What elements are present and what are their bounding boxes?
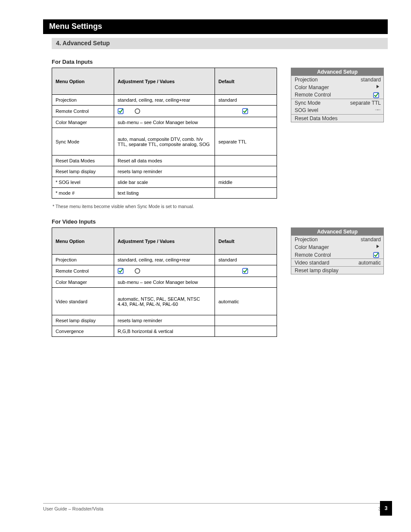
menu-item-value: automatic — [358, 260, 381, 266]
table-row: Remote Control — [52, 265, 277, 277]
banner: Menu Settings — [43, 19, 388, 34]
slider-icon — [375, 107, 381, 112]
checkbox-checked-icon — [242, 268, 248, 274]
cell-values: slide bar scale — [114, 177, 215, 188]
cell-values: Reset all data modes — [114, 156, 215, 166]
table-row: Projectionstandard, ceiling, rear, ceili… — [52, 255, 277, 265]
table-row: Reset Data ModesReset all data modes — [52, 156, 277, 166]
th-option: Menu Option — [52, 228, 114, 255]
cell-option: Remote Control — [52, 265, 114, 277]
banner-title: Menu Settings — [43, 19, 388, 34]
sub-banner-title: 4. Advanced Setup — [52, 38, 388, 48]
table-row: Color Managersub-menu – see Color Manage… — [52, 277, 277, 288]
menu-item-value: separate TTL — [350, 100, 381, 106]
cell-values: standard, ceiling, rear, ceiling+rear — [114, 95, 215, 106]
menu-item-value: standard — [361, 236, 381, 243]
cell-option: Color Manager — [52, 117, 114, 128]
cell-values: text listing — [114, 188, 215, 199]
menu-item-label: Color Manager — [295, 244, 329, 250]
menu-item[interactable]: Sync Modeseparate TTL — [291, 99, 383, 106]
cell-default — [215, 188, 277, 199]
menu-item-value — [373, 92, 381, 98]
cell-values: resets lamp reminder — [114, 315, 215, 326]
checkbox-checked-icon — [373, 92, 379, 98]
menu-title: Advanced Setup — [291, 68, 383, 76]
cell-values — [114, 106, 215, 117]
table-row: * SOG levelslide bar scalemiddle — [52, 177, 277, 188]
cell-option: Reset lamp display — [52, 166, 114, 177]
radio-unchecked-icon — [134, 268, 140, 274]
cell-default — [215, 265, 277, 277]
table-row: Remote Control — [52, 106, 277, 117]
menu-item[interactable]: Reset lamp display — [291, 267, 383, 274]
menu-item-value — [373, 252, 381, 258]
menu-item[interactable]: Remote Control — [291, 251, 383, 258]
cell-default — [215, 277, 277, 288]
menu-item[interactable]: Projectionstandard — [291, 76, 383, 83]
table-row: Video standardautomatic, NTSC, PAL, SECA… — [52, 288, 277, 315]
menu-item-label: Projection — [295, 77, 318, 83]
table-row: Reset lamp displayresets lamp reminder — [52, 315, 277, 326]
cell-default: standard — [215, 255, 277, 265]
menu-item-label: Remote Control — [295, 252, 331, 258]
menu-item[interactable]: Color Manager — [291, 243, 383, 251]
table-header-row: Menu Option Adjustment Type / Values Def… — [52, 228, 277, 255]
cell-option: Projection — [52, 255, 114, 265]
checkbox-checked-icon — [373, 252, 379, 258]
cell-values: resets lamp reminder — [114, 166, 215, 177]
cell-option: * SOG level — [52, 177, 114, 188]
menu-item-label: SOG level — [295, 107, 318, 113]
cell-option: Reset lamp display — [52, 315, 114, 326]
cell-default — [215, 117, 277, 128]
menu-item-label: Remote Control — [295, 92, 331, 98]
menu-item-value — [375, 84, 381, 90]
submenu-arrow-icon — [375, 244, 381, 249]
table-row: Reset lamp displayresets lamp reminder — [52, 166, 277, 177]
cell-values: R,G,B horizontal & vertical — [114, 326, 215, 337]
menu-item[interactable]: Remote Control — [291, 91, 383, 99]
menu-item[interactable]: Video standardautomatic — [291, 259, 383, 266]
menu-item[interactable]: Color Manager — [291, 83, 383, 91]
cell-option: Color Manager — [52, 277, 114, 288]
submenu-arrow-icon — [375, 84, 381, 89]
cell-option: Reset Data Modes — [52, 156, 114, 166]
th-option: Menu Option — [52, 68, 114, 95]
table-row: ConvergenceR,G,B horizontal & vertical — [52, 326, 277, 337]
cell-option: * mode # — [52, 188, 114, 199]
menu-title: Advanced Setup — [291, 228, 383, 236]
table-row: Color Managersub-menu – see Color Manage… — [52, 117, 277, 128]
menu-item-label: Projection — [295, 236, 318, 243]
table-row: * mode #text listing — [52, 188, 277, 199]
cell-option: Convergence — [52, 326, 114, 337]
cell-option: Sync Mode — [52, 128, 114, 156]
svg-point-9 — [135, 269, 140, 274]
table-row: Projectionstandard, ceiling, rear, ceili… — [52, 95, 277, 106]
menu-item[interactable]: SOG level — [291, 106, 383, 114]
page-footer: User Guide – Roadster/Vista 3-33 — [43, 503, 388, 511]
table-video-inputs: Menu Option Adjustment Type / Values Def… — [52, 227, 277, 337]
th-values: Adjustment Type / Values — [114, 228, 215, 255]
menu-item-label: Reset Data Modes — [295, 115, 337, 121]
cell-default — [215, 326, 277, 337]
menu-item-value — [375, 107, 381, 114]
cell-option: Projection — [52, 95, 114, 106]
cell-default — [215, 156, 277, 166]
advanced-setup-menu-video: Advanced Setup ProjectionstandardColor M… — [291, 227, 384, 274]
cell-values: auto, manual, composite DTV, comb. h/v T… — [114, 128, 215, 156]
menu-item[interactable]: Projectionstandard — [291, 236, 383, 243]
menu-item-value: standard — [361, 77, 381, 83]
menu-item-label: Reset lamp display — [295, 268, 338, 274]
cell-default — [215, 315, 277, 326]
cell-option: Remote Control — [52, 106, 114, 117]
menu-item[interactable]: Reset Data Modes — [291, 115, 383, 122]
th-default: Default — [215, 68, 277, 95]
svg-point-1 — [135, 109, 140, 114]
footnote: * These menu items become visible when S… — [53, 204, 388, 209]
cell-default — [215, 106, 277, 117]
menu-item-value — [375, 244, 381, 250]
section-heading-video: For Video Inputs — [52, 218, 388, 225]
sub-banner: 4. Advanced Setup — [52, 38, 388, 49]
footer-left: User Guide – Roadster/Vista — [43, 506, 103, 511]
cell-default: middle — [215, 177, 277, 188]
cell-values — [114, 265, 215, 277]
